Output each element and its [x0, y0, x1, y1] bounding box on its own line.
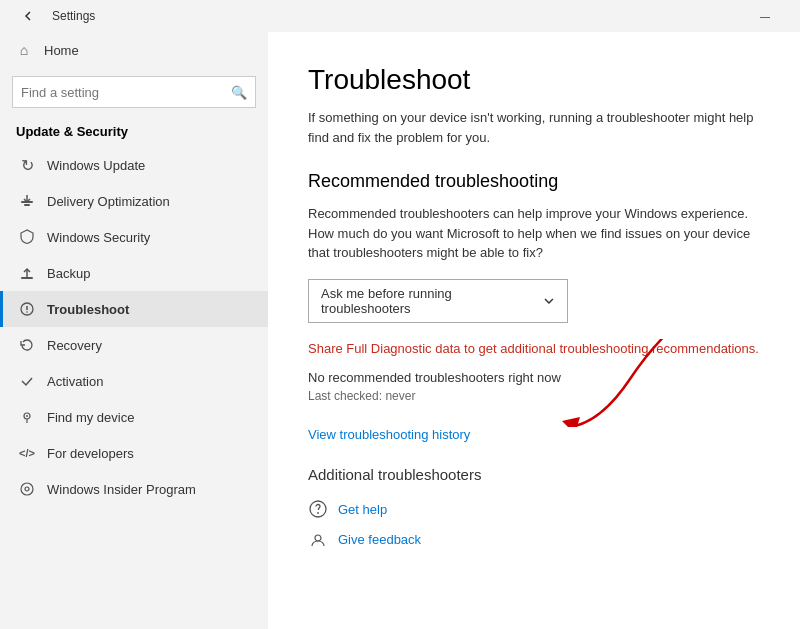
svg-point-7	[21, 483, 33, 495]
sidebar-section-title: Update & Security	[0, 120, 268, 147]
view-history-link[interactable]: View troubleshooting history	[308, 427, 760, 442]
troubleshoot-dropdown[interactable]: Ask me before running troubleshooters	[308, 279, 568, 323]
give-feedback-item[interactable]: Give feedback	[308, 529, 760, 549]
diagnostic-link[interactable]: Share Full Diagnostic data to get additi…	[308, 339, 760, 359]
last-checked-text: Last checked: never	[308, 389, 760, 403]
get-help-label[interactable]: Get help	[338, 502, 387, 517]
page-title: Troubleshoot	[308, 64, 760, 96]
sidebar-item-label: Find my device	[47, 410, 134, 425]
sidebar-item-label: For developers	[47, 446, 134, 461]
arrow-annotation-container: Share Full Diagnostic data to get additi…	[308, 339, 760, 428]
sidebar-item-windows-update[interactable]: ↻ Windows Update	[0, 147, 268, 183]
minimize-button[interactable]: —	[742, 0, 788, 32]
give-feedback-icon	[308, 529, 328, 549]
page-description: If something on your device isn't workin…	[308, 108, 760, 147]
give-feedback-label[interactable]: Give feedback	[338, 532, 421, 547]
search-icon: 🔍	[231, 84, 247, 100]
sidebar-item-activation[interactable]: Activation	[0, 363, 268, 399]
sidebar-item-label: Troubleshoot	[47, 302, 129, 317]
svg-rect-2	[21, 277, 33, 279]
sidebar-item-label: Windows Insider Program	[47, 482, 196, 497]
home-label: Home	[44, 43, 79, 58]
insider-icon	[19, 481, 35, 497]
sidebar-item-windows-security[interactable]: Windows Security	[0, 219, 268, 255]
get-help-icon	[308, 499, 328, 519]
sidebar-item-for-developers[interactable]: </> For developers	[0, 435, 268, 471]
content-area: Troubleshoot If something on your device…	[268, 32, 800, 629]
sidebar-item-windows-insider[interactable]: Windows Insider Program	[0, 471, 268, 507]
sidebar: ⌂ Home 🔍 Update & Security ↻ Windows Upd…	[0, 32, 268, 629]
sidebar-item-label: Windows Update	[47, 158, 145, 173]
sidebar-item-backup[interactable]: Backup	[0, 255, 268, 291]
svg-point-12	[315, 535, 321, 541]
windows-update-icon: ↻	[19, 157, 35, 173]
sidebar-item-label: Windows Security	[47, 230, 150, 245]
titlebar-title: Settings	[52, 9, 95, 23]
titlebar: Settings —	[0, 0, 800, 32]
svg-marker-9	[562, 417, 580, 428]
sidebar-item-label: Delivery Optimization	[47, 194, 170, 209]
sidebar-item-troubleshoot[interactable]: Troubleshoot	[0, 291, 268, 327]
sidebar-item-label: Backup	[47, 266, 90, 281]
search-input[interactable]	[21, 85, 231, 100]
titlebar-controls: —	[742, 0, 788, 32]
backup-icon	[19, 265, 35, 281]
sidebar-item-delivery-optimization[interactable]: Delivery Optimization	[0, 183, 268, 219]
svg-point-8	[25, 487, 29, 491]
back-button[interactable]	[12, 0, 44, 32]
recommended-desc: Recommended troubleshooters can help imp…	[308, 204, 760, 263]
activation-icon	[19, 373, 35, 389]
sidebar-item-recovery[interactable]: Recovery	[0, 327, 268, 363]
svg-point-6	[26, 415, 28, 417]
recovery-icon	[19, 337, 35, 353]
no-troubleshooters-text: No recommended troubleshooters right now	[308, 370, 760, 385]
developers-icon: </>	[19, 445, 35, 461]
home-icon: ⌂	[16, 42, 32, 58]
sidebar-item-find-my-device[interactable]: Find my device	[0, 399, 268, 435]
sidebar-item-label: Activation	[47, 374, 103, 389]
additional-heading: Additional troubleshooters	[308, 466, 760, 483]
sidebar-search-box[interactable]: 🔍	[12, 76, 256, 108]
sidebar-item-label: Recovery	[47, 338, 102, 353]
titlebar-left: Settings	[12, 0, 95, 32]
svg-rect-1	[24, 204, 30, 206]
svg-point-4	[26, 311, 28, 313]
svg-point-11	[317, 512, 319, 514]
dropdown-value: Ask me before running troubleshooters	[321, 286, 543, 316]
get-help-item[interactable]: Get help	[308, 499, 760, 519]
recommended-heading: Recommended troubleshooting	[308, 171, 760, 192]
windows-security-icon	[19, 229, 35, 245]
chevron-down-icon	[543, 295, 555, 307]
troubleshoot-icon	[19, 301, 35, 317]
find-device-icon	[19, 409, 35, 425]
main-container: ⌂ Home 🔍 Update & Security ↻ Windows Upd…	[0, 32, 800, 629]
delivery-optimization-icon	[19, 193, 35, 209]
sidebar-item-home[interactable]: ⌂ Home	[0, 32, 268, 68]
